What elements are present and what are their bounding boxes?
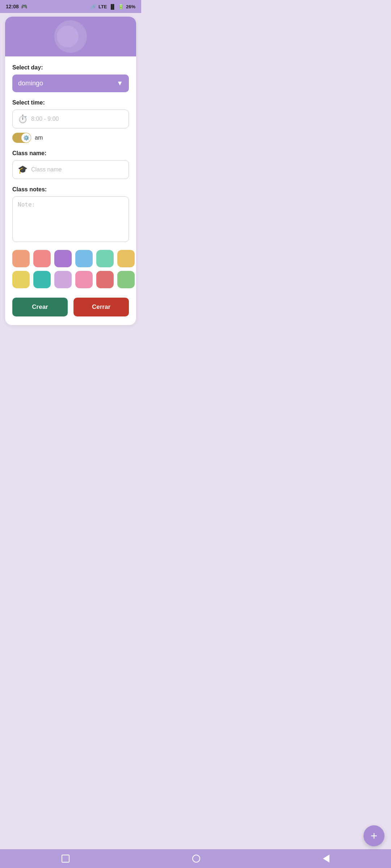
color-swatch-10[interactable]: [96, 271, 114, 288]
color-swatch-7[interactable]: [33, 271, 51, 288]
status-bar: 12:08 🎮 🔗 LTE ▐▌ 🔋 26%: [0, 0, 141, 13]
time-input-container[interactable]: ⏱️ 8:00 - 9:00: [12, 110, 129, 128]
settings-icon: ⚙️: [23, 135, 29, 141]
color-swatch-5[interactable]: [117, 250, 135, 267]
main-card: Select day: domingo ▼ Select time: ⏱️ 8:…: [5, 17, 136, 325]
am-pm-toggle[interactable]: ⚙️: [12, 133, 31, 143]
signal-icon: ▐▌: [109, 4, 116, 9]
color-swatch-6[interactable]: [12, 271, 30, 288]
create-button[interactable]: Crear: [12, 298, 68, 316]
color-swatch-8[interactable]: [54, 271, 72, 288]
class-name-label: Class name:: [12, 150, 129, 157]
link-icon: 🔗: [91, 4, 96, 9]
day-dropdown[interactable]: domingo ▼: [12, 75, 129, 92]
toggle-knob: ⚙️: [21, 133, 31, 142]
header-circle-inner: [57, 26, 79, 47]
status-left: 12:08 🎮: [6, 4, 27, 9]
am-label: am: [35, 135, 43, 141]
clock-icon: ⏱️: [18, 114, 28, 124]
color-swatch-3[interactable]: [75, 250, 93, 267]
card-body: Select day: domingo ▼ Select time: ⏱️ 8:…: [5, 56, 136, 325]
select-day-label: Select day:: [12, 64, 129, 71]
color-swatch-2[interactable]: [54, 250, 72, 267]
gamepad-icon: 🎮: [21, 4, 27, 9]
class-name-input-container[interactable]: 🎓: [12, 160, 129, 179]
battery-icon: 🔋: [118, 4, 124, 9]
close-button[interactable]: Cerrar: [73, 298, 129, 316]
select-time-label: Select time:: [12, 99, 129, 106]
lte-indicator: LTE: [98, 4, 107, 9]
color-swatch-1[interactable]: [33, 250, 51, 267]
graduation-icon: 🎓: [18, 165, 28, 174]
am-toggle-row: ⚙️ am: [12, 133, 129, 143]
color-palette: [12, 250, 129, 288]
class-name-input[interactable]: [31, 166, 123, 173]
color-swatch-4[interactable]: [96, 250, 114, 267]
chevron-down-icon: ▼: [117, 80, 123, 87]
time: 12:08: [6, 4, 19, 9]
status-right: 🔗 LTE ▐▌ 🔋 26%: [91, 4, 135, 9]
battery-percent: 26%: [126, 4, 135, 9]
notes-textarea-container[interactable]: [12, 196, 129, 242]
notes-textarea[interactable]: [18, 201, 123, 236]
button-row: Crear Cerrar: [12, 298, 129, 316]
time-placeholder-text: 8:00 - 9:00: [31, 116, 59, 122]
selected-day-text: domingo: [18, 80, 43, 87]
card-header: [5, 17, 136, 56]
class-notes-label: Class notes:: [12, 186, 129, 193]
color-swatch-11[interactable]: [117, 271, 135, 288]
color-swatch-9[interactable]: [75, 271, 93, 288]
color-swatch-0[interactable]: [12, 250, 30, 267]
